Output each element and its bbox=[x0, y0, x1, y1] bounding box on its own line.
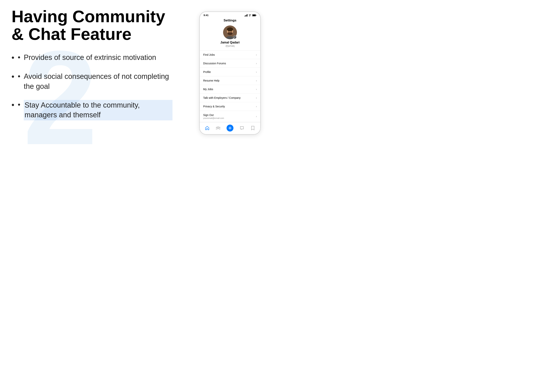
svg-rect-0 bbox=[245, 16, 245, 16]
add-icon bbox=[228, 126, 232, 130]
nav-add[interactable] bbox=[226, 125, 233, 132]
phone-mockup: 9:41 bbox=[199, 12, 264, 134]
home-icon bbox=[205, 126, 210, 130]
svg-rect-3 bbox=[247, 14, 248, 16]
menu-label-sign-out: Sign Out bbox=[203, 113, 224, 117]
bullet-item-1: • Provides of source of extrinsic motiva… bbox=[12, 53, 173, 63]
menu-label-privacy-security: Privacy & Security bbox=[203, 105, 225, 108]
left-content: Having Community & Chat Feature • Provid… bbox=[12, 8, 173, 129]
status-icons bbox=[245, 14, 256, 16]
status-bar: 9:41 bbox=[200, 12, 260, 18]
bottom-nav bbox=[200, 122, 260, 134]
avatar-edit-badge[interactable] bbox=[233, 35, 237, 39]
menu-label-resume-help: Resume Help bbox=[203, 79, 219, 82]
svg-point-17 bbox=[219, 127, 220, 128]
bullet-item-3: • Stay Accountable to the community, man… bbox=[12, 100, 173, 120]
signal-icon bbox=[245, 14, 248, 16]
phone-frame: 9:41 bbox=[199, 12, 261, 134]
profile-name: Jamal Qadari bbox=[220, 41, 240, 44]
nav-chat[interactable] bbox=[239, 125, 245, 131]
chevron-icon-find-jobs: › bbox=[256, 53, 257, 56]
menu-label-discussion-forums: Discussion Forums bbox=[203, 62, 226, 65]
menu-label-talk-employers: Talk with Employers / Company bbox=[203, 96, 240, 99]
svg-point-13 bbox=[230, 32, 230, 33]
menu-item-sign-out[interactable]: Sign Out youremail@email.com › bbox=[200, 111, 260, 122]
status-time: 9:41 bbox=[203, 14, 209, 17]
svg-rect-6 bbox=[253, 14, 255, 16]
nav-community[interactable] bbox=[215, 125, 221, 131]
wifi-icon bbox=[249, 14, 251, 16]
svg-point-11 bbox=[228, 31, 229, 32]
chevron-icon-talk-employers: › bbox=[256, 96, 257, 99]
menu-item-privacy-security[interactable]: Privacy & Security › bbox=[200, 102, 260, 111]
avatar-wrapper bbox=[223, 25, 237, 39]
profile-handle: @jamalq bbox=[225, 45, 235, 47]
menu-list: Find Jobs › Discussion Forums › Profile … bbox=[200, 50, 260, 122]
menu-item-my-jobs[interactable]: My Jobs › bbox=[200, 85, 260, 94]
chevron-icon-my-jobs: › bbox=[256, 88, 257, 91]
nav-home[interactable] bbox=[204, 125, 210, 131]
svg-rect-5 bbox=[256, 15, 256, 16]
menu-label-my-jobs: My Jobs bbox=[203, 88, 213, 91]
svg-rect-2 bbox=[246, 14, 247, 16]
nav-bookmark[interactable] bbox=[250, 125, 255, 131]
chevron-icon-profile: › bbox=[256, 70, 257, 73]
menu-item-discussion-forums[interactable]: Discussion Forums › bbox=[200, 59, 260, 68]
bullet-item-2: • Avoid social consequences of not compl… bbox=[12, 72, 173, 91]
sign-out-email: youremail@email.com bbox=[203, 117, 224, 119]
bullet-list: • Provides of source of extrinsic motiva… bbox=[12, 53, 173, 120]
profile-section: Jamal Qadari @jamalq bbox=[200, 24, 260, 50]
menu-item-talk-employers[interactable]: Talk with Employers / Company › bbox=[200, 94, 260, 102]
svg-point-16 bbox=[216, 127, 217, 128]
chevron-icon-sign-out: › bbox=[256, 115, 257, 118]
bookmark-icon bbox=[251, 126, 255, 130]
battery-icon bbox=[252, 14, 256, 16]
svg-rect-1 bbox=[246, 15, 246, 16]
menu-item-profile[interactable]: Profile › bbox=[200, 68, 260, 76]
chevron-icon-resume-help: › bbox=[256, 79, 257, 82]
community-icon bbox=[216, 126, 220, 130]
svg-point-15 bbox=[218, 127, 219, 128]
menu-item-find-jobs[interactable]: Find Jobs › bbox=[200, 50, 260, 59]
menu-label-find-jobs: Find Jobs bbox=[203, 53, 215, 56]
page-title: Having Community & Chat Feature bbox=[12, 8, 173, 43]
chevron-icon-discussion-forums: › bbox=[256, 62, 257, 65]
menu-label-profile: Profile bbox=[203, 70, 211, 73]
settings-header: Settings bbox=[200, 18, 260, 24]
svg-point-9 bbox=[227, 27, 233, 31]
chat-icon bbox=[240, 126, 244, 130]
chevron-icon-privacy-security: › bbox=[256, 105, 257, 108]
svg-point-12 bbox=[231, 31, 232, 32]
menu-item-resume-help[interactable]: Resume Help › bbox=[200, 76, 260, 85]
